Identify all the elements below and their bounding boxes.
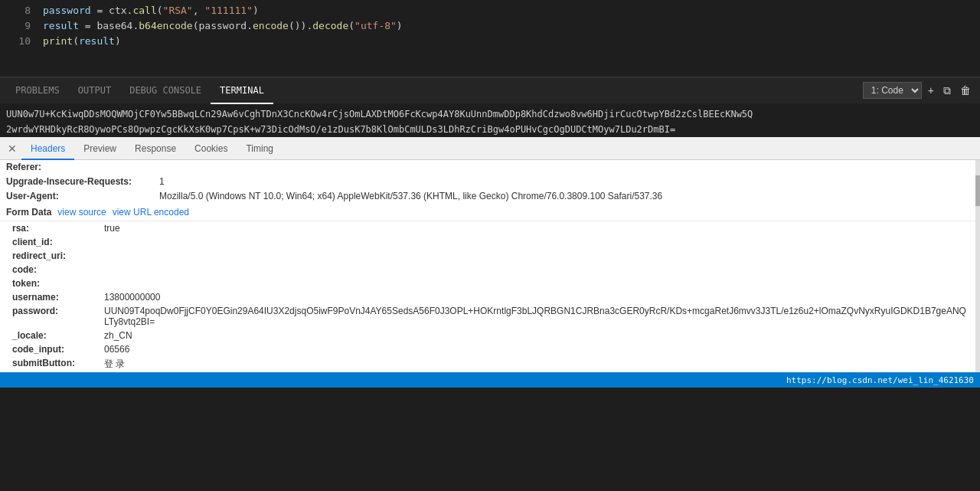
- terminal-output: UUN0w7U+KcKiwqDDsMOQWMOjCF0Yw5BBwqLCn29A…: [0, 103, 980, 137]
- header-row: Upgrade-Insecure-Requests: 1: [0, 175, 980, 189]
- form-data-header: Form Data view source view URL encoded: [0, 204, 980, 221]
- form-data-value: true: [104, 223, 120, 234]
- delete-terminal-button[interactable]: 🗑: [957, 83, 974, 98]
- form-data-key: code_input:: [12, 344, 104, 355]
- status-bar: https://blog.csdn.net/wei_lin_4621630: [0, 372, 980, 388]
- devtools-tab-headers[interactable]: Headers: [21, 137, 74, 160]
- devtools-tab-preview[interactable]: Preview: [74, 137, 126, 160]
- form-data-row: rsa: true: [0, 221, 980, 235]
- code-line: 10print(result): [0, 34, 980, 49]
- headers-content: Referer: Upgrade-Insecure-Requests: 1Use…: [0, 160, 980, 372]
- terminal-line: 2wrdwYRHDkyRcR8OywoPCs8OpwpzCgcKkXsK0wp7…: [6, 122, 974, 137]
- form-data-key: password:: [12, 306, 104, 327]
- line-number: 9: [6, 18, 31, 34]
- form-data-row: code:: [0, 263, 980, 277]
- devtools-close-button[interactable]: ✕: [3, 142, 21, 155]
- scrollbar[interactable]: [975, 160, 980, 372]
- form-data-key: username:: [12, 292, 104, 303]
- form-data-key: redirect_uri:: [12, 250, 104, 261]
- devtools-panel: ✕ HeadersPreviewResponseCookiesTiming Re…: [0, 137, 980, 372]
- code-content: password = ctx.call("RSA", "111111"): [43, 3, 259, 18]
- header-key: Upgrade-Insecure-Requests:: [6, 176, 159, 187]
- form-data-row: submitButton: 登 录: [0, 356, 980, 372]
- form-data-row: password: UUN09T4poqDw0FjjCF0Y0EGin29A64…: [0, 304, 980, 329]
- code-editor: 8password = ctx.call("RSA", "111111")9re…: [0, 0, 980, 77]
- form-data-row: redirect_uri:: [0, 249, 980, 263]
- form-data-row: username: 13800000000: [0, 290, 980, 304]
- devtools-tab-cookies[interactable]: Cookies: [185, 137, 237, 160]
- panel-right: 1: Code + ⧉ 🗑: [863, 82, 974, 99]
- form-data-row: token:: [0, 277, 980, 290]
- view-source-link[interactable]: view source: [57, 207, 106, 218]
- panel-tab-debug-console[interactable]: DEBUG CONSOLE: [120, 77, 211, 104]
- header-key: Referer:: [6, 162, 159, 172]
- form-data-key: rsa:: [12, 223, 104, 234]
- form-data-title: Form Data: [6, 207, 51, 218]
- form-data-value: UUN09T4poqDw0FjjCF0Y0EGin29A64IU3X2djsqO…: [104, 306, 968, 327]
- form-data-key: code:: [12, 264, 104, 275]
- terminal-line: UUN0w7U+KcKiwqDDsMOQWMOjCF0Yw5BBwqLCn29A…: [6, 106, 974, 122]
- panel-header: PROBLEMSOUTPUTDEBUG CONSOLETERMINAL 1: C…: [0, 77, 980, 103]
- panel-tab-terminal[interactable]: TERMINAL: [211, 77, 273, 104]
- form-data-value: zh_CN: [104, 330, 132, 341]
- line-number: 10: [6, 34, 31, 49]
- panel-tab-problems[interactable]: PROBLEMS: [6, 77, 69, 104]
- form-data-value: 13800000000: [104, 292, 160, 303]
- new-terminal-button[interactable]: +: [925, 83, 937, 98]
- header-key: User-Agent:: [6, 191, 159, 201]
- devtools-tab-response[interactable]: Response: [126, 137, 185, 160]
- view-url-encoded-link[interactable]: view URL encoded: [113, 207, 189, 218]
- form-data-key: token:: [12, 278, 104, 289]
- header-row: User-Agent: Mozilla/5.0 (Windows NT 10.0…: [0, 189, 980, 204]
- devtools-tab-timing[interactable]: Timing: [237, 137, 283, 160]
- header-value: 1: [159, 176, 165, 187]
- form-data-key: submitButton:: [12, 358, 104, 371]
- form-data-key: _locale:: [12, 330, 104, 341]
- header-row: Referer:: [0, 160, 980, 175]
- devtools-tabs: ✕ HeadersPreviewResponseCookiesTiming: [0, 137, 980, 160]
- panel-tab-output[interactable]: OUTPUT: [69, 77, 120, 104]
- form-data-value: 登 录: [104, 358, 125, 371]
- form-data-row: _locale: zh_CN: [0, 329, 980, 342]
- form-data-key: client_id:: [12, 237, 104, 247]
- header-value: Mozilla/5.0 (Windows NT 10.0; Win64; x64…: [159, 191, 662, 201]
- status-url: https://blog.csdn.net/wei_lin_4621630: [786, 375, 974, 385]
- form-data-row: client_id:: [0, 235, 980, 249]
- split-terminal-button[interactable]: ⧉: [940, 83, 954, 99]
- line-number: 8: [6, 3, 31, 18]
- code-content: print(result): [43, 34, 121, 49]
- code-line: 8password = ctx.call("RSA", "111111"): [0, 3, 980, 18]
- terminal-select[interactable]: 1: Code: [863, 82, 922, 99]
- code-line: 9result = base64.b64encode(password.enco…: [0, 18, 980, 34]
- form-data-row: code_input: 06566: [0, 342, 980, 356]
- form-data-value: 06566: [104, 344, 129, 355]
- scrollbar-thumb[interactable]: [975, 175, 980, 206]
- code-content: result = base64.b64encode(password.encod…: [43, 18, 403, 34]
